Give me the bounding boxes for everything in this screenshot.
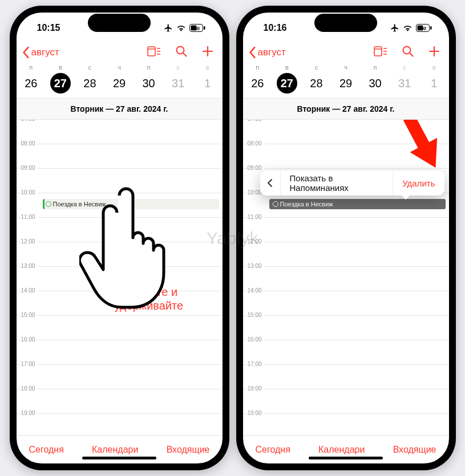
today-button[interactable]: Сегодня xyxy=(29,445,64,455)
timeline[interactable]: 07:00 08:00 09:00 10:00 Поездка в Несвиж… xyxy=(17,120,223,435)
search-icon[interactable] xyxy=(402,46,414,59)
screen: 10:16 50 август xyxy=(243,13,449,463)
weekday-row: п в с ч п с в xyxy=(243,63,449,72)
date-cell[interactable]: 31 xyxy=(390,73,419,93)
wifi-icon xyxy=(403,24,413,32)
weekday-label: с xyxy=(75,64,105,71)
svg-text:50: 50 xyxy=(420,26,426,31)
search-icon[interactable] xyxy=(176,46,187,59)
date-cell[interactable]: 1 xyxy=(193,73,223,93)
hour-label: 12:00 xyxy=(21,238,38,245)
hour-label: 07:00 xyxy=(21,120,38,122)
date-cell[interactable]: 30 xyxy=(134,73,164,93)
date-cell[interactable]: 29 xyxy=(331,73,361,93)
hand-pointer-icon xyxy=(79,187,171,312)
hour-label: 17:00 xyxy=(248,361,264,367)
hour-label: 08:00 xyxy=(248,140,264,147)
home-indicator[interactable] xyxy=(309,457,383,459)
date-cell[interactable]: 1 xyxy=(419,73,449,93)
menu-delete-button[interactable]: Удалить xyxy=(393,170,444,196)
weekday-label: с xyxy=(163,64,193,71)
date-cell-selected[interactable]: 27 xyxy=(46,73,75,93)
svg-rect-2 xyxy=(204,26,205,30)
add-icon[interactable] xyxy=(202,46,213,59)
calendars-button[interactable]: Календари xyxy=(92,445,138,455)
date-cell[interactable]: 28 xyxy=(302,73,331,93)
date-cell[interactable]: 28 xyxy=(75,73,105,93)
nav-bar: август xyxy=(243,43,449,63)
event-title: Поездка в Несвиж xyxy=(280,201,333,208)
hour-label: 15:00 xyxy=(248,312,264,318)
inbox-button[interactable]: Входящие xyxy=(167,445,210,455)
hour-label: 09:00 xyxy=(21,165,38,171)
hour-label: 15:00 xyxy=(21,312,38,318)
weekday-label: в xyxy=(46,64,75,71)
hour-label: 16:00 xyxy=(21,336,38,343)
weekday-label: п xyxy=(243,64,273,71)
back-label: август xyxy=(258,47,286,58)
hour-label: 19:00 xyxy=(248,410,264,416)
battery-icon: 50 xyxy=(189,24,205,32)
hour-label: 13:00 xyxy=(21,263,38,269)
weekday-label: п xyxy=(361,64,390,71)
hour-label: 14:00 xyxy=(21,287,38,294)
date-cell-selected[interactable]: 27 xyxy=(272,73,302,93)
airplane-icon xyxy=(390,23,399,32)
today-button[interactable]: Сегодня xyxy=(256,445,290,455)
date-cell[interactable]: 31 xyxy=(163,73,193,93)
clock: 10:15 xyxy=(37,23,60,33)
add-icon[interactable] xyxy=(428,46,440,59)
svg-text:50: 50 xyxy=(193,26,199,31)
hour-label: 07:00 xyxy=(248,120,264,122)
date-row: 26 27 28 29 30 31 1 xyxy=(243,72,449,99)
nav-icons xyxy=(374,46,440,59)
chevron-left-icon xyxy=(21,46,31,59)
airplane-icon xyxy=(164,23,173,32)
date-cell[interactable]: 30 xyxy=(361,73,390,93)
status-icons: 50 xyxy=(164,23,205,32)
calendar-event-selected[interactable]: Поездка в Несвиж xyxy=(269,199,446,209)
nav-icons xyxy=(147,46,213,59)
calendars-button[interactable]: Календари xyxy=(318,445,365,455)
battery-icon: 50 xyxy=(416,24,432,32)
phone-frame-right: 10:16 50 август xyxy=(236,6,456,470)
hour-label: 18:00 xyxy=(21,385,38,392)
svg-rect-17 xyxy=(374,47,382,56)
hour-label: 11:00 xyxy=(21,214,38,220)
clock: 10:16 xyxy=(264,23,287,33)
date-cell[interactable]: 26 xyxy=(243,73,273,93)
list-view-icon[interactable] xyxy=(374,46,387,59)
svg-marker-26 xyxy=(402,120,442,171)
hour-label: 08:00 xyxy=(21,140,38,147)
svg-line-10 xyxy=(183,53,187,56)
back-button[interactable]: август xyxy=(248,46,286,59)
day-header: Вторник — 27 авг. 2024 г. xyxy=(17,99,223,120)
weekday-label: п xyxy=(134,64,164,71)
screen: 10:15 50 август xyxy=(17,13,223,463)
wifi-icon xyxy=(176,24,186,32)
svg-rect-15 xyxy=(430,26,432,30)
hour-label: 14:00 xyxy=(248,287,264,294)
hour-label: 16:00 xyxy=(248,336,264,343)
dynamic-island xyxy=(88,14,151,32)
weekday-label: п xyxy=(17,64,46,71)
timeline[interactable]: 07:00 08:00 09:00 10:00 Поездка в Несвиж… xyxy=(243,120,449,435)
svg-line-23 xyxy=(410,53,413,56)
list-view-icon[interactable] xyxy=(147,46,161,59)
hour-label: 19:00 xyxy=(21,410,38,416)
date-cell[interactable]: 29 xyxy=(104,73,134,93)
weekday-row: п в с ч п с в xyxy=(17,63,223,72)
home-indicator[interactable] xyxy=(82,457,156,459)
hour-label: 17:00 xyxy=(21,361,38,367)
back-button[interactable]: август xyxy=(21,46,59,59)
weekday-label: с xyxy=(302,64,331,71)
inbox-button[interactable]: Входящие xyxy=(393,445,436,455)
back-label: август xyxy=(31,47,59,58)
svg-rect-4 xyxy=(148,47,155,56)
weekday-label: в xyxy=(193,64,223,71)
annotation-arrow-icon xyxy=(402,120,442,171)
menu-show-in-reminders[interactable]: Показать в Напоминаниях xyxy=(281,170,393,196)
reminder-circle-icon xyxy=(273,201,278,207)
date-cell[interactable]: 26 xyxy=(17,73,46,93)
menu-prev-button[interactable] xyxy=(260,170,281,196)
